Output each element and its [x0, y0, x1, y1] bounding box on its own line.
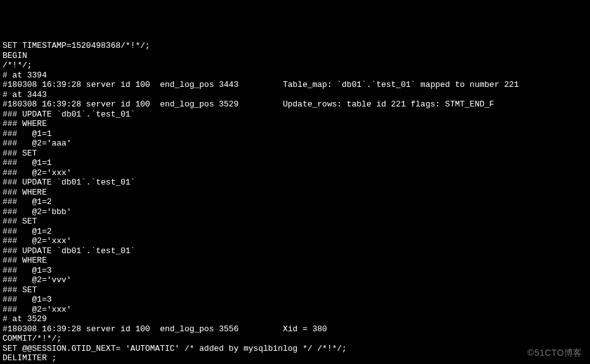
terminal-line: ### @2='aaa' — [3, 139, 587, 149]
terminal-line: # at 3443 — [3, 90, 587, 100]
terminal-line: ### @2='vvv' — [3, 275, 587, 285]
terminal-line: ### @1=2 — [3, 197, 587, 207]
terminal-line: #180308 16:39:28 server id 100 end_log_p… — [3, 324, 587, 334]
terminal-line: #180308 16:39:28 server id 100 end_log_p… — [3, 100, 587, 110]
terminal-line: ### @2='bbb' — [3, 207, 587, 217]
terminal-line: ### WHERE — [3, 119, 587, 129]
terminal-line: # at 3394 — [3, 71, 587, 81]
terminal-output: SET TIMESTAMP=1520498368/*!*/;BEGIN/*!*/… — [3, 41, 587, 364]
terminal-line: ### SET — [3, 285, 587, 295]
terminal-line: ### @1=1 — [3, 129, 587, 139]
terminal-line: ### SET — [3, 217, 587, 227]
terminal-line: ### @1=2 — [3, 227, 587, 237]
terminal-line: ### SET — [3, 149, 587, 159]
terminal-line: # at 3529 — [3, 314, 587, 324]
terminal-line: ### WHERE — [3, 188, 587, 198]
terminal-line: COMMIT/*!*/; — [3, 334, 587, 344]
terminal-line: SET TIMESTAMP=1520498368/*!*/; — [3, 41, 587, 51]
terminal-line: ### WHERE — [3, 256, 587, 266]
terminal-line: ### UPDATE `db01`.`test_01` — [3, 178, 587, 188]
terminal-line: ### UPDATE `db01`.`test_01` — [3, 110, 587, 120]
watermark-text: ©51CTO博客 — [528, 348, 582, 358]
terminal-line: ### @2='xxx' — [3, 236, 587, 246]
terminal-line: BEGIN — [3, 51, 587, 61]
terminal-line: ### @1=1 — [3, 158, 587, 168]
terminal-line: ### @1=3 — [3, 295, 587, 305]
terminal-line: ### @2='xxx' — [3, 168, 587, 178]
terminal-line: ### @2='xxx' — [3, 305, 587, 315]
terminal-line: DELIMITER ; — [3, 353, 587, 363]
terminal-line: ### @1=3 — [3, 266, 587, 276]
terminal-line: /*!*/; — [3, 60, 587, 71]
terminal-line: ### UPDATE `db01`.`test_01` — [3, 246, 587, 256]
terminal-line: SET @@SESSION.GTID_NEXT= 'AUTOMATIC' /* … — [3, 344, 587, 354]
terminal-line: #180308 16:39:28 server id 100 end_log_p… — [3, 80, 587, 90]
